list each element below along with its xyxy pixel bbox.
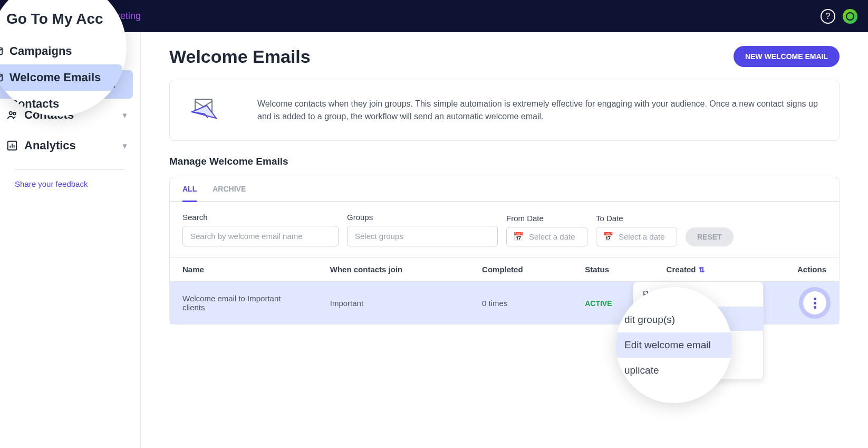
avatar-icon[interactable] (843, 9, 857, 24)
filters-row: Search Groups From Date 📅 Select a date … (169, 202, 840, 257)
cell-name: Welcome email to Important clients (170, 282, 317, 325)
svg-point-2 (9, 112, 13, 115)
col-when[interactable]: When contacts join (317, 258, 469, 282)
back-arrow-icon: ← (0, 14, 1, 25)
from-date-label: From Date (506, 214, 587, 223)
go-to-account-label: Go To My Acc (6, 11, 103, 27)
mag-item-welcome-emails[interactable]: Welcome Emails (0, 64, 122, 91)
calendar-icon: 📅 (513, 232, 524, 242)
magnifier-dropdown-zoom: dit group(s) Edit welcome email uplicate (616, 287, 732, 403)
search-label: Search (182, 213, 339, 222)
col-status[interactable]: Status (572, 258, 653, 282)
info-text: Welcome contacts when they join groups. … (257, 98, 818, 123)
svg-point-3 (13, 112, 16, 115)
col-completed[interactable]: Completed (469, 258, 572, 282)
welcome-email-illustration-icon (191, 96, 220, 125)
mag-dropdown-duplicate[interactable]: uplicate (616, 358, 732, 383)
cell-when: Important (317, 282, 469, 325)
search-input[interactable] (182, 226, 339, 246)
col-actions: Actions (755, 258, 839, 282)
page-title: Welcome Emails (169, 46, 311, 67)
to-date-input[interactable]: 📅 Select a date (596, 227, 677, 246)
calendar-icon: 📅 (603, 232, 613, 242)
cell-actions (755, 282, 839, 325)
reset-button[interactable]: RESET (686, 227, 734, 246)
tab-archive[interactable]: ARCHIVE (213, 177, 246, 202)
date-placeholder: Select a date (529, 232, 575, 241)
sort-icon: ⇅ (699, 265, 705, 274)
new-welcome-email-button[interactable]: NEW WELCOME EMAIL (734, 46, 840, 67)
vertical-dots-icon (814, 298, 816, 309)
go-to-account-row[interactable]: ← Go To My Acc (0, 11, 127, 38)
mag-dropdown-edit-email[interactable]: Edit welcome email (616, 332, 732, 358)
share-feedback-link[interactable]: Share your feedback (0, 179, 140, 188)
groups-select[interactable] (347, 226, 498, 246)
col-created[interactable]: Created⇅ (654, 258, 755, 282)
people-icon (6, 109, 18, 121)
section-title: Manage Welcome Emails (169, 156, 840, 167)
row-actions-button[interactable] (803, 291, 826, 314)
mag-item-campaigns[interactable]: Campaigns (0, 38, 127, 64)
envelope-check-icon (0, 72, 3, 83)
chart-icon (6, 140, 18, 151)
top-bar: il Marketing ? (0, 0, 868, 32)
tab-all[interactable]: ALL (182, 177, 197, 202)
sidebar-item-label: Analytics (24, 139, 76, 152)
tabs: ALL ARCHIVE (170, 177, 839, 202)
groups-label: Groups (347, 213, 498, 222)
mag-dropdown-edit-groups[interactable]: dit group(s) (616, 307, 732, 332)
status-badge: ACTIVE (585, 299, 612, 308)
divider (15, 169, 126, 170)
date-placeholder: Select a date (619, 232, 665, 241)
from-date-input[interactable]: 📅 Select a date (506, 227, 587, 246)
sidebar-item-analytics[interactable]: Analytics ▾ (0, 131, 133, 160)
envelope-icon (0, 45, 3, 57)
info-card: Welcome contacts when they join groups. … (169, 80, 840, 141)
chevron-down-icon: ▾ (123, 111, 127, 119)
to-date-label: To Date (596, 214, 677, 223)
cell-completed: 0 times (469, 282, 572, 325)
col-name[interactable]: Name (170, 258, 317, 282)
help-icon[interactable]: ? (821, 9, 835, 24)
chevron-down-icon: ▾ (123, 141, 127, 150)
main-content: Welcome Emails NEW WELCOME EMAIL Welcome… (141, 32, 868, 448)
